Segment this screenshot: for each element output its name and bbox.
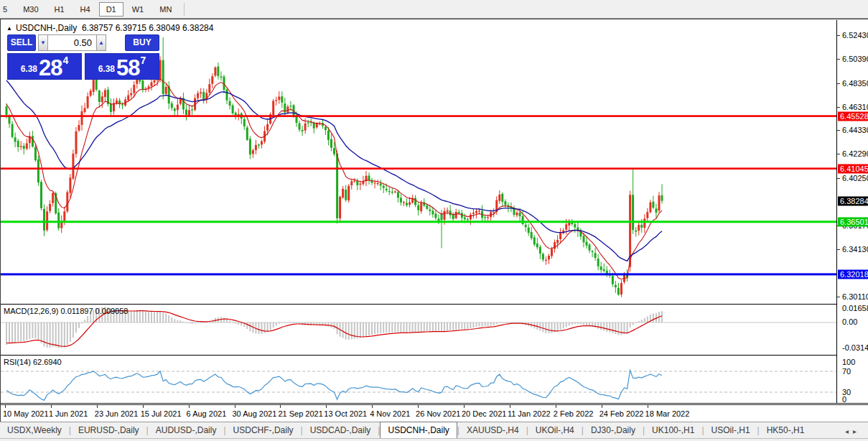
rsi-indicator-pane[interactable]: RSI(14) 62.6940 (1, 355, 836, 402)
time-tick (510, 405, 510, 408)
sell-price-big: 28 (39, 58, 62, 78)
price-badge: 6.45528 (838, 111, 868, 121)
price-axis-tick (837, 178, 840, 179)
time-label: 21 Sep 2021 (278, 409, 322, 418)
chart-window: ▲USDCNH-,Daily 6.38757 6.39715 6.38049 6… (0, 19, 868, 422)
time-label: 11 Jan 2022 (508, 409, 551, 418)
time-tick (5, 405, 6, 408)
price-axis: 6.524306.503906.483506.463106.443306.422… (836, 20, 868, 403)
toolbar-separator (184, 3, 185, 16)
time-tick (418, 405, 419, 408)
time-tick (235, 405, 235, 408)
time-tick (143, 405, 144, 408)
price-axis-label: 6.34130 (842, 245, 868, 254)
chart-tab-usdchf-daily[interactable]: USDCHF-,Daily (226, 423, 301, 438)
mt4-terminal-window: 5M30H1H4D1W1MN ▲USDCNH-,Daily 6.38757 6.… (0, 0, 868, 441)
buy-price-prefix: 6.38 (98, 64, 115, 74)
time-tick (97, 405, 98, 408)
price-axis-label: 6.46310 (842, 103, 868, 111)
chart-tab-bar: USDX,Weekly|EURUSD-,Daily|AUDUSD-,Daily|… (0, 422, 868, 438)
lot-decrease-button[interactable]: ▼ (38, 34, 48, 51)
price-axis-label: 6.48350 (842, 79, 868, 88)
timeframe-toolbar: 5M30H1H4D1W1MN (0, 0, 868, 19)
lot-increase-button[interactable]: ▲ (96, 34, 106, 51)
timeframe-button-MN[interactable]: MN (152, 2, 179, 17)
price-axis-tick (837, 154, 840, 154)
price-badge: 6.38284 (838, 196, 868, 205)
sell-quote-box[interactable]: 6.38 28 4 (7, 53, 82, 80)
timeframe-button-H4[interactable]: H4 (73, 2, 98, 17)
timeframe-button-5[interactable]: 5 (0, 2, 14, 17)
time-label: 4 Nov 2021 (370, 409, 410, 418)
buy-button[interactable]: BUY (125, 34, 159, 51)
time-label: 30 Aug 2021 (233, 409, 277, 418)
sell-price-prefix: 6.38 (21, 64, 37, 74)
price-axis-tick (837, 130, 840, 131)
time-label: 26 Nov 2021 (416, 409, 460, 418)
chart-tab-audusd-daily[interactable]: AUDUSD-,Daily (149, 423, 224, 438)
lot-size-input[interactable]: 0.50 (47, 34, 97, 51)
timeframe-button-D1[interactable]: D1 (99, 2, 123, 17)
price-badge: 6.32018 (838, 269, 868, 279)
time-label: 13 Oct 2021 (324, 409, 367, 418)
price-axis-tick (837, 83, 840, 84)
chart-tab-eurusd-daily[interactable]: EURUSD-,Daily (71, 423, 146, 438)
chart-tab-usdcad-daily[interactable]: USDCAD-,Daily (303, 423, 378, 438)
time-label: 24 Feb 2022 (599, 409, 644, 418)
price-axis-tick (837, 249, 840, 250)
rsi-label: RSI(14) 62.6940 (4, 358, 62, 366)
time-label: 1 Jun 2021 (49, 409, 88, 418)
time-tick (372, 405, 373, 408)
chart-tab-usoil-h1[interactable]: USOil-,H1 (704, 423, 757, 438)
price-axis-tick (837, 59, 840, 60)
chart-tab-dj30-daily[interactable]: DJ30-,Daily (584, 423, 643, 438)
chart-tab-usdx-weekly[interactable]: USDX,Weekly (0, 423, 69, 438)
macd-indicator-pane[interactable]: MACD(12,26,9) 0.011897 0.009058 (1, 304, 836, 354)
price-axis-label: 6.40250 (842, 174, 868, 182)
price-axis-label: 6.44330 (842, 126, 868, 134)
time-label: 6 Aug 2021 (187, 409, 227, 418)
time-label: 2 Feb 2022 (554, 409, 594, 418)
price-axis-label: 6.50390 (842, 55, 868, 63)
buy-price-pip: 7 (141, 55, 146, 66)
macd-axis-label: 0.00 (842, 317, 857, 326)
status-bar (0, 438, 868, 441)
tab-scroll-arrows-icon[interactable]: ◂▸ (845, 427, 868, 438)
time-tick (51, 405, 52, 408)
price-axis-tick (837, 297, 840, 297)
timeframe-button-M30[interactable]: M30 (16, 2, 45, 17)
time-label: 20 Dec 2021 (462, 409, 506, 418)
chart-tab-hk50-h1[interactable]: HK50-,H1 (760, 423, 812, 438)
price-axis-label: 6.52430 (842, 31, 868, 40)
chart-tab-xauusd-h4[interactable]: XAUUSD-,H4 (459, 423, 526, 438)
buy-quote-box[interactable]: 6.38 58 7 (85, 53, 159, 80)
timeframe-button-H1[interactable]: H1 (47, 2, 72, 17)
price-badge: 6.36501 (838, 217, 868, 226)
time-tick (556, 405, 556, 408)
rsi-chart[interactable] (1, 356, 836, 402)
chart-ohlc-values: 6.38757 6.39715 6.38049 6.38284 (82, 23, 214, 33)
chart-symbol-title: USDCNH-,Daily (16, 23, 77, 33)
time-label: 18 Mar 2022 (645, 409, 690, 418)
chart-tab-uk100-h1[interactable]: UK100-,H1 (645, 423, 701, 438)
rsi-axis-label: 70 (842, 367, 851, 376)
price-axis-tick (837, 107, 840, 108)
sell-price-pip: 4 (63, 55, 69, 66)
time-label: 10 May 2021 (3, 409, 49, 418)
main-chart-pane[interactable]: ▲USDCNH-,Daily 6.38757 6.39715 6.38049 6… (1, 20, 836, 303)
chart-tab-ukoil-h4[interactable]: UKOil-,H4 (528, 423, 582, 438)
time-tick (280, 405, 281, 408)
chart-title-bar: ▲USDCNH-,Daily 6.38757 6.39715 6.38049 6… (6, 23, 213, 33)
sell-button[interactable]: SELL (7, 34, 36, 51)
time-tick (189, 405, 190, 408)
one-click-trading-panel: SELL ▼ 0.50 ▲ BUY 6.38 28 4 6.38 58 7 (7, 34, 159, 93)
time-axis: 10 May 20211 Jun 202123 Jun 202115 Jul 2… (1, 405, 868, 422)
collapse-panel-arrow-icon[interactable]: ▲ (6, 25, 12, 32)
time-label: 15 Jul 2021 (141, 409, 182, 418)
price-axis-label: 6.30110 (842, 292, 868, 301)
time-label: 23 Jun 2021 (95, 409, 139, 418)
rsi-axis-label: 100 (842, 358, 855, 366)
chart-tab-usdcnh-daily[interactable]: USDCNH-,Daily (380, 422, 457, 438)
timeframe-button-W1[interactable]: W1 (125, 2, 151, 17)
macd-axis-label: 0.016586 (842, 304, 868, 312)
